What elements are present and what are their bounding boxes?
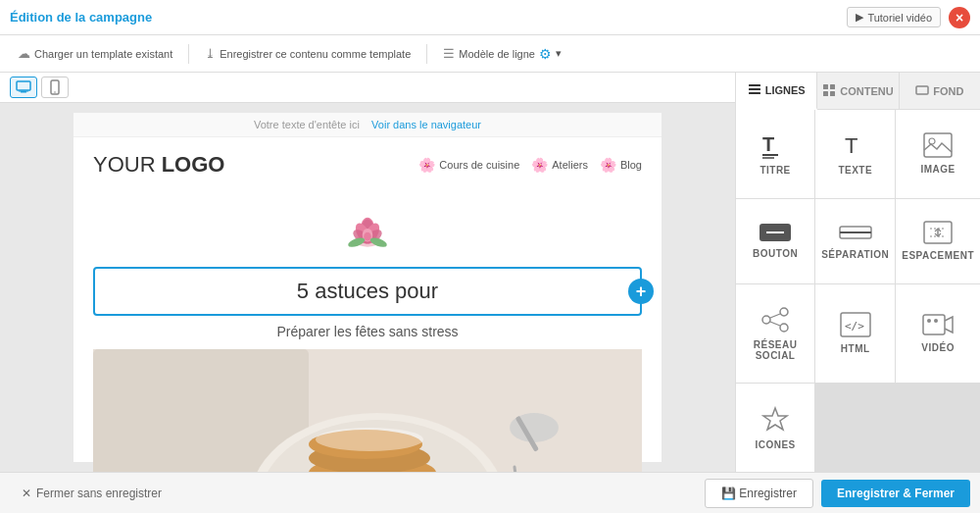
mobile-device-button[interactable]	[41, 77, 69, 98]
page-title: Édition de la campagne	[10, 10, 847, 25]
bouton-icon	[759, 223, 792, 242]
add-block-button[interactable]: +	[628, 279, 654, 304]
title-block[interactable]: 5 astuces pour +	[93, 267, 642, 316]
svg-text:</>: </>	[845, 320, 864, 333]
titre-icon: T	[760, 131, 790, 159]
panel-tabs: LIGNES CONTENU FOND	[736, 73, 980, 110]
desktop-device-button[interactable]	[10, 77, 37, 98]
svg-rect-49	[924, 133, 952, 157]
espacement-label: ESPACEMENT	[902, 250, 974, 261]
lotus-icon	[338, 202, 397, 251]
svg-rect-37	[749, 84, 760, 86]
svg-rect-40	[823, 84, 828, 89]
svg-point-4	[54, 91, 56, 93]
svg-text:T: T	[762, 133, 774, 155]
tutorial-button[interactable]: ▶ Tutoriel vidéo	[847, 7, 941, 27]
titre-label: TITRE	[760, 165, 790, 176]
desktop-icon	[16, 80, 31, 94]
texte-label: TEXTE	[838, 165, 872, 176]
fond-icon	[915, 83, 929, 99]
svg-line-64	[770, 322, 780, 326]
svg-rect-0	[17, 81, 30, 90]
svg-rect-38	[749, 88, 760, 90]
panel-item-video[interactable]: VIDÉO	[896, 284, 980, 384]
bottom-bar: ✕ Fermer sans enregistrer 💾 Enregistrer …	[0, 472, 980, 513]
svg-point-69	[934, 319, 938, 323]
svg-rect-67	[923, 315, 945, 334]
flower-icon-2: 🌸	[531, 157, 548, 173]
svg-point-68	[927, 319, 931, 323]
save-button[interactable]: 💾 Enregistrer	[705, 479, 813, 508]
svg-rect-39	[749, 92, 760, 94]
separation-label: SÉPARATION	[821, 249, 889, 260]
logo-section: YOUR LOGO 🌸 Cours de cuisine 🌸 Ateliers …	[74, 137, 662, 192]
svg-rect-42	[823, 91, 828, 96]
save-close-button[interactable]: Enregistrer & Fermer	[821, 480, 970, 507]
panel-item-texte[interactable]: T TEXTE	[815, 110, 895, 198]
image-icon	[923, 132, 953, 158]
svg-point-50	[929, 138, 935, 144]
contenu-icon	[822, 83, 836, 99]
bottom-actions: 💾 Enregistrer Enregistrer & Fermer	[705, 479, 970, 508]
dropdown-icon: ▾	[556, 47, 562, 60]
close-button[interactable]: ×	[949, 7, 970, 28]
icones-label: ICONES	[755, 439, 795, 450]
reseau-social-label: RÉSEAU SOCIAL	[742, 339, 808, 361]
email-canvas: Votre texte d'entête ici Voir dans le na…	[74, 113, 662, 462]
editor-area: Votre texte d'entête ici Voir dans le na…	[0, 73, 735, 472]
lotus-section	[74, 192, 662, 259]
flower-icon-1: 🌸	[418, 157, 435, 173]
svg-point-13	[364, 232, 371, 241]
email-title-main: 5 astuces pour	[105, 279, 630, 304]
top-bar-actions: ▶ Tutoriel vidéo ×	[847, 7, 970, 28]
panel-item-reseau-social[interactable]: RÉSEAU SOCIAL	[736, 284, 814, 384]
svg-rect-41	[830, 84, 835, 89]
pancakes-image	[93, 349, 642, 472]
panel-item-icones[interactable]: ICONES	[736, 384, 814, 472]
right-panel: LIGNES CONTENU FOND T	[735, 73, 980, 472]
save-template-button[interactable]: ⤓ Enregistrer ce contenu comme template	[197, 42, 418, 65]
svg-rect-43	[830, 91, 835, 96]
top-bar: Édition de la campagne ▶ Tutoriel vidéo …	[0, 0, 980, 35]
nav-item-cours[interactable]: 🌸 Cours de cuisine	[418, 157, 519, 173]
panel-item-html[interactable]: </> HTML	[815, 284, 895, 384]
food-image	[93, 349, 642, 472]
svg-marker-70	[763, 408, 787, 430]
panel-item-espacement[interactable]: ESPACEMENT	[896, 199, 980, 283]
bouton-label: BOUTON	[753, 248, 798, 259]
html-label: HTML	[841, 343, 870, 354]
panel-item-separation[interactable]: SÉPARATION	[815, 199, 895, 283]
tab-fond[interactable]: FOND	[900, 73, 980, 109]
x-icon: ✕	[22, 487, 31, 500]
logo: YOUR LOGO	[93, 152, 224, 178]
nav-item-blog[interactable]: 🌸 Blog	[600, 157, 642, 173]
panel-item-bouton[interactable]: BOUTON	[736, 199, 814, 283]
nav-item-ateliers[interactable]: 🌸 Ateliers	[531, 157, 588, 173]
model-ligne-button[interactable]: ☰ Modèle de ligne ⚙ ▾	[435, 42, 569, 66]
svg-point-26	[316, 428, 423, 451]
view-browser-link[interactable]: Voir dans le navigateur	[371, 119, 481, 130]
mobile-icon	[50, 79, 60, 95]
video-icon	[922, 313, 954, 336]
separation-icon	[839, 222, 872, 243]
espacement-icon	[922, 221, 954, 244]
tab-contenu[interactable]: CONTENU	[817, 73, 899, 109]
tab-lignes[interactable]: LIGNES	[736, 73, 817, 110]
load-template-button[interactable]: ☁ Charger un template existant	[10, 42, 180, 65]
icones-icon	[761, 406, 789, 434]
toolbar: ☁ Charger un template existant ⤓ Enregis…	[0, 35, 980, 73]
toolbar-separator-1	[188, 44, 189, 64]
panel-item-titre[interactable]: T TITRE	[736, 110, 814, 198]
svg-point-61	[780, 308, 788, 316]
upload-icon: ☁	[18, 46, 30, 61]
nav-links: 🌸 Cours de cuisine 🌸 Ateliers 🌸 Blog	[418, 157, 642, 173]
panel-item-image[interactable]: IMAGE	[896, 110, 980, 198]
list-icon: ☰	[443, 46, 455, 61]
texte-icon: T	[842, 131, 869, 159]
video-label: VIDÉO	[921, 342, 955, 353]
email-header: Votre texte d'entête ici Voir dans le na…	[74, 113, 662, 137]
cancel-button[interactable]: ✕ Fermer sans enregistrer	[10, 481, 173, 506]
canvas-scroll[interactable]: Votre texte d'entête ici Voir dans le na…	[0, 103, 735, 472]
svg-point-60	[762, 316, 770, 324]
lignes-icon	[748, 82, 761, 98]
